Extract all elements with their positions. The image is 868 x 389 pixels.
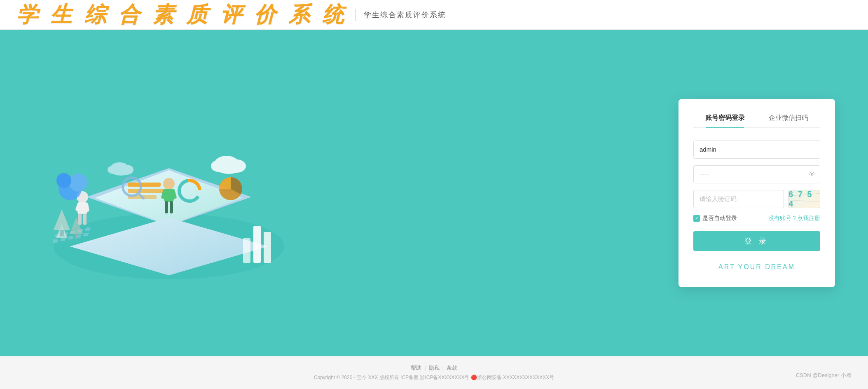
footer-terms-link[interactable]: 条款 xyxy=(447,365,457,371)
username-group xyxy=(693,141,820,159)
svg-rect-22 xyxy=(264,232,271,263)
footer-links: 帮助 | 隐私 | 条款 xyxy=(411,364,458,372)
register-link[interactable]: 没有账号？点我注册 xyxy=(768,215,820,222)
illustration-svg xyxy=(29,98,309,288)
options-row: ✓ 是否自动登录 没有账号？点我注册 xyxy=(693,215,820,222)
svg-rect-53 xyxy=(75,234,78,239)
svg-rect-32 xyxy=(170,201,173,213)
auto-login-checkbox[interactable]: ✓ xyxy=(693,215,700,222)
main-area: 账号密码登录 企业微信扫码 👁 6 7 5 4 ✓ 是否自动登录 xyxy=(0,30,868,356)
illustration-area xyxy=(25,90,313,296)
captcha-image[interactable]: 6 7 5 4 xyxy=(788,190,820,208)
svg-rect-51 xyxy=(60,230,64,236)
footer-credit: CSDN @Designer 小邓 xyxy=(796,372,852,379)
svg-rect-31 xyxy=(165,201,168,213)
login-card: 账号密码登录 企业微信扫码 👁 6 7 5 4 ✓ 是否自动登录 xyxy=(678,99,835,287)
dream-text: ART YOUR DREAM xyxy=(693,263,820,271)
captcha-text: 6 7 5 4 xyxy=(788,190,820,208)
captcha-row: 6 7 5 4 xyxy=(693,190,820,208)
footer-help-link[interactable]: 帮助 xyxy=(411,365,421,371)
svg-rect-21 xyxy=(253,226,261,263)
eye-icon[interactable]: 👁 xyxy=(809,171,815,178)
svg-rect-4 xyxy=(128,183,161,187)
svg-point-45 xyxy=(56,173,71,188)
footer: 帮助 | 隐私 | 条款 Copyright © 2020 - 至今 XXX 版… xyxy=(0,356,868,389)
username-input[interactable] xyxy=(693,141,820,159)
svg-point-42 xyxy=(112,167,130,176)
header: 学 生 综 合 素 质 评 价 系 统 学生综合素质评价系统 xyxy=(0,0,868,30)
login-tabs: 账号密码登录 企业微信扫码 xyxy=(693,114,820,128)
login-button[interactable]: 登 录 xyxy=(693,231,820,251)
header-title-sub: 学生综合素质评价系统 xyxy=(364,10,446,20)
auto-login-option[interactable]: ✓ 是否自动登录 xyxy=(693,215,737,222)
svg-rect-25 xyxy=(78,213,82,225)
password-input[interactable] xyxy=(693,165,820,183)
header-title-main: 学 生 综 合 素 质 评 价 系 统 xyxy=(16,0,347,29)
svg-point-29 xyxy=(163,178,175,190)
tab-account-login[interactable]: 账号密码登录 xyxy=(693,114,757,127)
auto-login-label: 是否自动登录 xyxy=(702,215,737,222)
header-divider xyxy=(355,9,356,21)
footer-copyright: Copyright © 2020 - 至今 XXX 版权所有 ICP备案 浙IC… xyxy=(314,374,554,381)
tab-wechat-qr[interactable]: 企业微信扫码 xyxy=(757,114,820,127)
svg-point-44 xyxy=(69,173,87,192)
svg-rect-20 xyxy=(243,238,250,263)
password-group: 👁 xyxy=(693,165,820,183)
captcha-input[interactable] xyxy=(693,190,784,208)
footer-privacy-link[interactable]: 隐私 xyxy=(429,365,440,371)
svg-point-38 xyxy=(216,162,241,174)
svg-rect-26 xyxy=(83,213,87,225)
